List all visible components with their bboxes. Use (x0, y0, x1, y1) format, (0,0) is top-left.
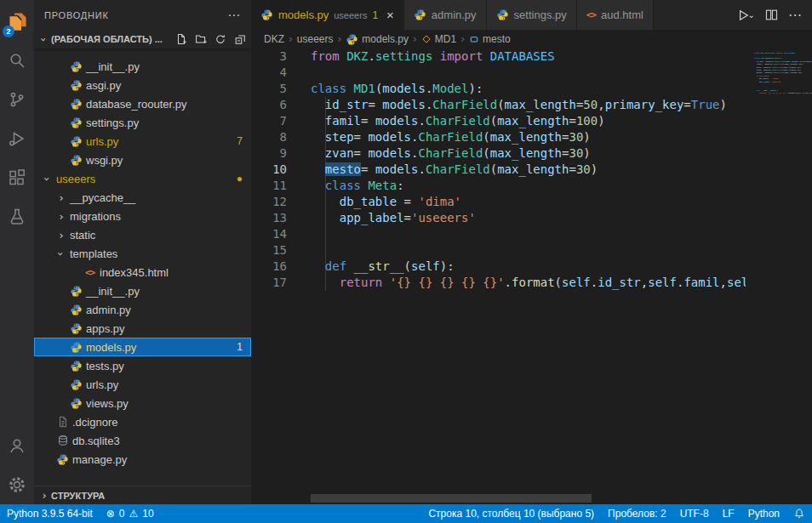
cursor-position-status[interactable]: Строка 10, столбец 10 (выбрано 5) (421, 504, 601, 523)
tree-item-manage-py[interactable]: manage.py (34, 450, 251, 469)
new-folder-icon[interactable] (195, 33, 207, 45)
encoding-status[interactable]: UTF-8 (673, 504, 716, 523)
tree-item-models-py[interactable]: models.py1 (34, 338, 251, 356)
tree-item--init-py[interactable]: __init__.py (34, 281, 251, 300)
notifications-bell[interactable] (786, 504, 812, 523)
line-number[interactable]: 11 (251, 178, 287, 194)
code-line-17[interactable]: 17 return '{} {} {} {} {}'.format(self.i… (251, 275, 746, 291)
activity-accounts-button[interactable] (0, 426, 34, 465)
tree-item--init-py[interactable]: __init__.py (34, 57, 251, 76)
code-line-15[interactable]: 15 (251, 242, 746, 259)
line-number[interactable]: 4 (251, 65, 287, 81)
tab-settings-py[interactable]: settings.py (487, 0, 577, 30)
activity-bar-spacer (0, 236, 34, 426)
tree-item-urls-py[interactable]: urls.py7 (34, 132, 251, 151)
file-label: urls.py (86, 378, 118, 391)
tree-item-settings-py[interactable]: settings.py (34, 113, 251, 132)
code-editor[interactable]: 3from DKZ.settings import DATABASES45cla… (251, 48, 812, 504)
code-line-11[interactable]: 11 class Meta: (251, 178, 746, 194)
tree-item-wsgi-py[interactable]: wsgi.py (34, 151, 251, 169)
activity-source-control-button[interactable] (0, 80, 34, 119)
line-number[interactable]: 6 (251, 97, 287, 113)
tree-item-useeers[interactable]: ›useeers● (34, 169, 251, 188)
line-number[interactable]: 16 (251, 259, 287, 275)
tab-label: aud.html (601, 9, 643, 21)
activity-run-debug-button[interactable] (0, 119, 34, 158)
breadcrumb-mesto[interactable]: mesto (469, 33, 511, 45)
code-line-5[interactable]: 5class MD1(models.Model): (251, 81, 746, 97)
problems-status[interactable]: ⊗ 0 ⚠ 10 (100, 504, 161, 523)
tab-label: settings.py (514, 9, 567, 21)
line-number[interactable]: 10 (251, 162, 287, 178)
sidebar-more-icon[interactable]: ⋯ (227, 8, 241, 23)
file-label: tests.py (86, 360, 124, 372)
tree-item-templates[interactable]: ›templates (34, 244, 251, 263)
line-number[interactable]: 13 (251, 210, 287, 226)
line-number[interactable]: 3 (251, 48, 287, 65)
tree-item-migrations[interactable]: ›migrations (34, 207, 251, 225)
file-label: database_roouter.py (86, 98, 187, 111)
run-python-file-button[interactable]: ⌄ (735, 8, 755, 23)
activity-explorer-button[interactable]: 2 (0, 2, 34, 41)
code-line-6[interactable]: 6 id_str= models.CharField(max_length=50… (251, 97, 746, 113)
code-line-7[interactable]: 7 famil= models.CharField(max_length=100… (251, 113, 746, 129)
tab-models-py[interactable]: models.pyuseeers1× (251, 0, 404, 30)
line-number[interactable]: 17 (251, 275, 287, 291)
python-interpreter-status[interactable]: Python 3.9.5 64-bit (0, 504, 100, 523)
line-number[interactable]: 12 (251, 194, 287, 210)
tree-item-admin-py[interactable]: admin.py (34, 300, 251, 319)
line-number[interactable]: 5 (251, 81, 287, 97)
code-line-16[interactable]: 16 def __str__(self): (251, 259, 746, 275)
code-line-4[interactable]: 4 (251, 65, 746, 81)
tree-item-apps-py[interactable]: apps.py (34, 319, 251, 338)
tree-item-urls-py[interactable]: urls.py (34, 375, 251, 394)
activity-search-button[interactable] (0, 41, 34, 80)
line-number[interactable]: 15 (251, 242, 287, 259)
tree-item-database-roouter-py[interactable]: database_roouter.py (34, 94, 251, 113)
activity-extensions-button[interactable] (0, 158, 34, 197)
tree-item-views-py[interactable]: views.py (34, 394, 251, 412)
breadcrumb-models-py[interactable]: models.py (346, 33, 409, 46)
tree-item-asgi-py[interactable]: asgi.py (34, 76, 251, 94)
breadcrumb-useeers[interactable]: useeers (297, 33, 334, 45)
tree-item-tests-py[interactable]: tests.py (34, 356, 251, 375)
tab-admin-py[interactable]: admin.py (404, 0, 487, 30)
code-line-8[interactable]: 8 step= models.CharField(max_length=30) (251, 129, 746, 145)
activity-settings-button[interactable] (0, 465, 34, 504)
line-number[interactable]: 9 (251, 145, 287, 162)
indentation-status[interactable]: Пробелов: 2 (601, 504, 673, 523)
more-actions-button[interactable]: ⋯ (788, 7, 802, 23)
breadcrumb-md1[interactable]: MD1 (421, 33, 456, 45)
tree-item-db-sqlite3[interactable]: db.sqlite3 (34, 431, 251, 450)
language-mode-status[interactable]: Python (741, 504, 786, 523)
code-line-3[interactable]: 3from DKZ.settings import DATABASES (251, 48, 746, 65)
refresh-icon[interactable] (214, 33, 226, 45)
line-number[interactable]: 8 (251, 129, 287, 145)
close-icon[interactable]: × (386, 9, 394, 21)
code-line-12[interactable]: 12 db_table = 'dima' (251, 194, 746, 210)
chevron-right-icon: › (54, 191, 68, 204)
new-file-icon[interactable] (175, 33, 187, 45)
breadcrumb-dkz[interactable]: DKZ (264, 33, 284, 45)
code-line-14[interactable]: 14 (251, 226, 746, 242)
tree-item--dcignore[interactable]: .dcignore (34, 412, 251, 431)
activity-testing-button[interactable] (0, 197, 34, 236)
eol-status[interactable]: LF (716, 504, 741, 523)
tree-item-index345-html[interactable]: <>index345.html (34, 263, 251, 281)
split-editor-button[interactable] (764, 8, 779, 22)
minimap[interactable]: from DKZ.settings import DATABASESclass … (751, 48, 812, 504)
collapse-all-icon[interactable] (234, 33, 246, 45)
tab-aud-html[interactable]: <>aud.html (577, 0, 654, 30)
symbol-class-icon (421, 34, 432, 44)
line-number[interactable]: 14 (251, 226, 287, 242)
code-line-10[interactable]: 10 mesto= models.CharField(max_length=30… (251, 162, 746, 178)
tree-item-static[interactable]: ›static (34, 225, 251, 244)
code-line-9[interactable]: 9 zvan= models.CharField(max_length=30) (251, 145, 746, 162)
outline-section-header[interactable]: › СТРУКТУРА (34, 486, 251, 504)
workspace-section-header[interactable]: › (РАБОЧАЯ ОБЛАСТЬ) ... (34, 30, 251, 48)
tree-item--pycache-[interactable]: ›__pycache__ (34, 188, 251, 207)
code-line-13[interactable]: 13 app_label='useeers' (251, 210, 746, 226)
line-number[interactable]: 7 (251, 113, 287, 129)
settings-icon (7, 475, 27, 495)
horizontal-scrollbar[interactable] (311, 494, 592, 503)
